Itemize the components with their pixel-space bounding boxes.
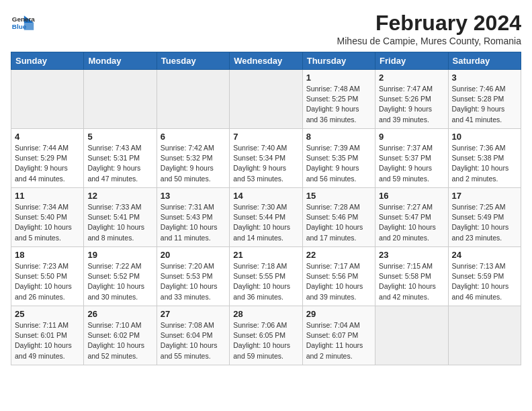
day-info: Sunrise: 7:37 AMSunset: 5:37 PMDaylight:… [379,143,444,184]
calendar-cell: 11Sunrise: 7:34 AMSunset: 5:40 PMDayligh… [11,188,84,247]
calendar-cell: 12Sunrise: 7:33 AMSunset: 5:41 PMDayligh… [84,188,157,247]
calendar-cell: 25Sunrise: 7:11 AMSunset: 6:01 PMDayligh… [11,306,84,365]
day-number: 6 [161,132,226,142]
weekday-header-cell: Monday [84,52,157,70]
weekday-header-cell: Thursday [302,52,375,70]
day-number: 29 [306,309,371,319]
calendar-cell [448,306,521,365]
weekday-header-cell: Friday [375,52,448,70]
calendar-cell [84,70,157,129]
calendar-cell: 24Sunrise: 7:13 AMSunset: 5:59 PMDayligh… [448,247,521,306]
day-info: Sunrise: 7:06 AMSunset: 6:05 PMDaylight:… [233,320,298,361]
day-number: 8 [306,132,371,142]
logo-icon: General Blue [11,11,35,35]
calendar-cell [230,70,302,129]
day-number: 21 [233,250,298,260]
calendar-cell: 13Sunrise: 7:31 AMSunset: 5:43 PMDayligh… [157,188,229,247]
day-number: 10 [452,132,517,142]
weekday-header-cell: Sunday [11,52,84,70]
day-info: Sunrise: 7:31 AMSunset: 5:43 PMDaylight:… [161,202,226,243]
calendar-cell: 21Sunrise: 7:18 AMSunset: 5:55 PMDayligh… [230,247,302,306]
calendar-cell [11,70,84,129]
day-info: Sunrise: 7:15 AMSunset: 5:58 PMDaylight:… [379,261,444,302]
calendar-cell: 10Sunrise: 7:36 AMSunset: 5:38 PMDayligh… [448,129,521,188]
calendar-cell [157,70,229,129]
day-number: 24 [452,250,517,260]
calendar-cell: 29Sunrise: 7:04 AMSunset: 6:07 PMDayligh… [302,306,375,365]
calendar-cell: 28Sunrise: 7:06 AMSunset: 6:05 PMDayligh… [230,306,302,365]
day-number: 7 [233,132,298,142]
day-number: 9 [379,132,444,142]
title-area: February 2024 Mihesu de Campie, Mures Co… [337,11,521,46]
day-number: 27 [161,309,226,319]
day-info: Sunrise: 7:47 AMSunset: 5:26 PMDaylight:… [379,84,444,125]
day-number: 15 [306,191,371,201]
calendar-week-row: 4Sunrise: 7:44 AMSunset: 5:29 PMDaylight… [11,129,521,188]
day-info: Sunrise: 7:10 AMSunset: 6:02 PMDaylight:… [87,320,152,361]
day-info: Sunrise: 7:22 AMSunset: 5:52 PMDaylight:… [87,261,152,302]
subtitle: Mihesu de Campie, Mures County, Romania [337,36,521,46]
weekday-header: SundayMondayTuesdayWednesdayThursdayFrid… [11,52,521,70]
day-info: Sunrise: 7:28 AMSunset: 5:46 PMDaylight:… [306,202,371,243]
calendar-cell: 16Sunrise: 7:27 AMSunset: 5:47 PMDayligh… [375,188,448,247]
calendar-cell: 18Sunrise: 7:23 AMSunset: 5:50 PMDayligh… [11,247,84,306]
day-info: Sunrise: 7:17 AMSunset: 5:56 PMDaylight:… [306,261,371,302]
calendar-cell: 9Sunrise: 7:37 AMSunset: 5:37 PMDaylight… [375,129,448,188]
calendar-cell [375,306,448,365]
calendar-cell: 1Sunrise: 7:48 AMSunset: 5:25 PMDaylight… [302,70,375,129]
day-number: 13 [161,191,226,201]
calendar-cell: 8Sunrise: 7:39 AMSunset: 5:35 PMDaylight… [302,129,375,188]
day-number: 23 [379,250,444,260]
calendar-cell: 4Sunrise: 7:44 AMSunset: 5:29 PMDaylight… [11,129,84,188]
day-number: 2 [379,73,444,83]
day-number: 3 [452,73,517,83]
calendar-cell: 6Sunrise: 7:42 AMSunset: 5:32 PMDaylight… [157,129,229,188]
calendar-week-row: 18Sunrise: 7:23 AMSunset: 5:50 PMDayligh… [11,247,521,306]
day-info: Sunrise: 7:40 AMSunset: 5:34 PMDaylight:… [233,143,298,184]
day-info: Sunrise: 7:08 AMSunset: 6:04 PMDaylight:… [161,320,226,361]
day-number: 20 [161,250,226,260]
day-info: Sunrise: 7:34 AMSunset: 5:40 PMDaylight:… [15,202,80,243]
calendar-body: 1Sunrise: 7:48 AMSunset: 5:25 PMDaylight… [11,70,521,365]
day-info: Sunrise: 7:18 AMSunset: 5:55 PMDaylight:… [233,261,298,302]
day-info: Sunrise: 7:13 AMSunset: 5:59 PMDaylight:… [452,261,517,302]
day-number: 5 [87,132,152,142]
svg-text:Blue: Blue [12,23,27,30]
calendar-cell: 26Sunrise: 7:10 AMSunset: 6:02 PMDayligh… [84,306,157,365]
day-number: 12 [87,191,152,201]
day-number: 25 [15,309,80,319]
calendar-cell: 7Sunrise: 7:40 AMSunset: 5:34 PMDaylight… [230,129,302,188]
day-number: 4 [15,132,80,142]
day-number: 11 [15,191,80,201]
day-info: Sunrise: 7:11 AMSunset: 6:01 PMDaylight:… [15,320,80,361]
calendar-week-row: 11Sunrise: 7:34 AMSunset: 5:40 PMDayligh… [11,188,521,247]
calendar-cell: 14Sunrise: 7:30 AMSunset: 5:44 PMDayligh… [230,188,302,247]
calendar-cell: 23Sunrise: 7:15 AMSunset: 5:58 PMDayligh… [375,247,448,306]
weekday-header-cell: Wednesday [230,52,302,70]
day-number: 17 [452,191,517,201]
day-info: Sunrise: 7:04 AMSunset: 6:07 PMDaylight:… [306,320,371,361]
calendar-cell: 15Sunrise: 7:28 AMSunset: 5:46 PMDayligh… [302,188,375,247]
day-info: Sunrise: 7:36 AMSunset: 5:38 PMDaylight:… [452,143,517,184]
day-info: Sunrise: 7:39 AMSunset: 5:35 PMDaylight:… [306,143,371,184]
day-info: Sunrise: 7:42 AMSunset: 5:32 PMDaylight:… [161,143,226,184]
day-number: 16 [379,191,444,201]
day-info: Sunrise: 7:44 AMSunset: 5:29 PMDaylight:… [15,143,80,184]
day-number: 26 [87,309,152,319]
header: General Blue February 2024 Mihesu de Cam… [11,11,521,46]
day-info: Sunrise: 7:46 AMSunset: 5:28 PMDaylight:… [452,84,517,125]
weekday-header-cell: Saturday [448,52,521,70]
calendar-cell: 19Sunrise: 7:22 AMSunset: 5:52 PMDayligh… [84,247,157,306]
calendar-week-row: 1Sunrise: 7:48 AMSunset: 5:25 PMDaylight… [11,70,521,129]
calendar-cell: 3Sunrise: 7:46 AMSunset: 5:28 PMDaylight… [448,70,521,129]
day-info: Sunrise: 7:25 AMSunset: 5:49 PMDaylight:… [452,202,517,243]
month-title: February 2024 [337,11,521,36]
logo: General Blue [11,11,35,35]
day-info: Sunrise: 7:27 AMSunset: 5:47 PMDaylight:… [379,202,444,243]
day-number: 18 [15,250,80,260]
svg-text:General: General [12,15,35,23]
day-info: Sunrise: 7:30 AMSunset: 5:44 PMDaylight:… [233,202,298,243]
day-number: 14 [233,191,298,201]
day-info: Sunrise: 7:43 AMSunset: 5:31 PMDaylight:… [87,143,152,184]
calendar-week-row: 25Sunrise: 7:11 AMSunset: 6:01 PMDayligh… [11,306,521,365]
